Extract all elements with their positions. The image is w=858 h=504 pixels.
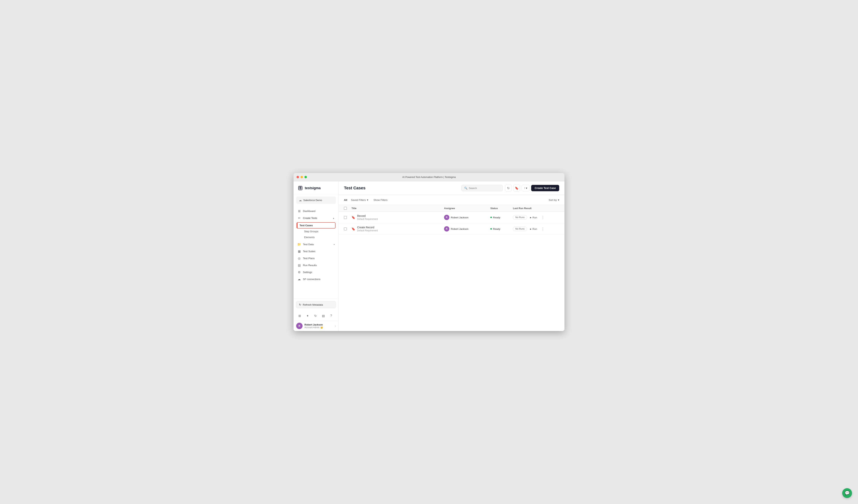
- user-chevron-icon: ›: [335, 324, 336, 327]
- sidebar-item-step-groups-label: Step Groups: [304, 230, 318, 233]
- row-1-title-text: Record Default Requirement: [357, 214, 378, 221]
- create-test-case-button[interactable]: Create Test Case: [531, 185, 559, 191]
- user-role-text: Account Admin: [304, 326, 319, 329]
- run-play-icon: ▶: [530, 228, 531, 230]
- row-1-title-name[interactable]: Record: [357, 214, 378, 217]
- row-1-assignee-name: Robert Jackson: [451, 216, 468, 219]
- show-filters-button[interactable]: Show Filters: [372, 198, 389, 202]
- bookmark-button[interactable]: 🔖: [513, 185, 520, 192]
- row-1-status-cell: Ready: [490, 216, 513, 219]
- row-2-run-button[interactable]: ▶ Run: [530, 228, 537, 230]
- traffic-lights: [297, 176, 307, 178]
- workspace-name: Salesforce Demo: [303, 199, 333, 201]
- row-1-title-cell: 🔖 Record Default Requirement: [351, 214, 444, 221]
- workspace-selector[interactable]: ☁ Salesforce Demo: [296, 196, 336, 204]
- assignee-column-header: Assignee: [444, 207, 490, 210]
- search-box[interactable]: 🔍: [461, 185, 503, 191]
- circle-target-icon: ◎: [297, 257, 301, 260]
- user-info: Robert Jackson Account Admin 👑: [304, 323, 333, 329]
- sidebar-item-test-plans[interactable]: ◎ Test Plans: [293, 255, 338, 262]
- sidebar-item-test-cases[interactable]: Test Cases: [297, 223, 335, 228]
- refresh-toolbar-button[interactable]: ↻: [312, 312, 319, 319]
- chat-button[interactable]: 💬: [842, 488, 852, 498]
- select-all-column: [344, 207, 351, 210]
- row-2-checkbox[interactable]: [344, 228, 347, 230]
- sidebar-item-test-plans-label: Test Plans: [303, 257, 315, 260]
- user-section[interactable]: R Robert Jackson Account Admin 👑 ›: [293, 321, 338, 331]
- sidebar-item-test-suites[interactable]: ▦ Test Suites: [293, 248, 338, 255]
- sidebar-nav: ⊞ Dashboard ✏ Create Tests ▲ Test Cases: [293, 206, 338, 299]
- row-2-run-label: Run: [533, 228, 537, 230]
- sidebar-item-settings-label: Settings: [303, 271, 312, 274]
- user-role: Account Admin 👑: [304, 326, 333, 329]
- status-ready-dot: [490, 217, 492, 218]
- gear-icon: ⚙: [297, 271, 301, 274]
- sidebar-item-sf-connections[interactable]: ☁ SF connections: [293, 276, 338, 283]
- user-name: Robert Jackson: [304, 323, 333, 326]
- row-1-title-sub: Default Requirement: [357, 218, 378, 221]
- search-input[interactable]: [469, 187, 500, 190]
- row-2-assignee-avatar: R: [444, 226, 449, 231]
- select-all-checkbox[interactable]: [344, 207, 347, 210]
- app-body: testsigma ☁ Salesforce Demo ⊞ Dashboard …: [293, 181, 565, 331]
- saved-filters-dropdown[interactable]: Saved Filters ▾: [349, 198, 370, 202]
- row-1-status-text: Ready: [493, 216, 500, 219]
- row-1-no-runs-badge: No Runs: [513, 215, 527, 220]
- last-run-result-column-header: Last Run Result: [513, 207, 559, 210]
- help-toolbar-button[interactable]: ?: [328, 312, 335, 319]
- grid-toolbar-button[interactable]: ⊞: [296, 312, 303, 319]
- sort-by-dropdown[interactable]: Sort by ▾: [549, 198, 559, 201]
- saved-filters-chevron-icon: ▾: [367, 198, 368, 201]
- maximize-button[interactable]: [304, 176, 307, 178]
- chart-icon: ▤: [297, 263, 301, 267]
- titlebar: AI Powered Test Automation Platform | Te…: [293, 173, 565, 181]
- table-body: 🔖 Record Default Requirement R Robert Ja…: [339, 212, 565, 235]
- star-toolbar-button[interactable]: ✦: [304, 312, 311, 319]
- row-2-more-button[interactable]: ⋮: [540, 226, 546, 231]
- logo-text: testsigma: [305, 186, 321, 190]
- minimize-button[interactable]: [301, 176, 303, 178]
- row-2-checkbox-cell: [344, 228, 351, 230]
- chevron-up-icon: ▲: [333, 217, 335, 220]
- row-1-assignee-avatar: R: [444, 215, 449, 220]
- refresh-metadata-button[interactable]: ↻ Refresh Metadata: [296, 301, 336, 308]
- title-column-header: Title: [351, 207, 444, 210]
- refresh-button[interactable]: ↻: [505, 185, 512, 192]
- refresh-icon: ↻: [299, 303, 301, 306]
- main-content: Test Cases 🔍 ↻ 🔖 ↑ ▾ Cre: [339, 181, 565, 331]
- user-avatar: R: [296, 323, 303, 329]
- calendar-toolbar-button[interactable]: ▤: [320, 312, 327, 319]
- sidebar-logo: testsigma: [293, 181, 338, 194]
- status-column-header: Status: [490, 207, 513, 210]
- sidebar-item-create-tests[interactable]: ✏ Create Tests ▲: [293, 215, 338, 222]
- filter-all[interactable]: All: [344, 198, 347, 202]
- export-chevron-icon: ▾: [526, 186, 527, 190]
- refresh-metadata-label: Refresh Metadata: [303, 303, 323, 306]
- sidebar-item-run-results[interactable]: ▤ Run Results: [293, 262, 338, 269]
- row-2-title-name[interactable]: Create Record: [357, 226, 378, 229]
- row-1-run-button[interactable]: ▶ Run: [530, 216, 537, 219]
- sidebar-item-step-groups[interactable]: Step Groups: [295, 228, 337, 234]
- row-1-result-cell: No Runs ▶ Run ⋮: [513, 215, 559, 220]
- sidebar-item-test-cases-label: Test Cases: [300, 224, 313, 227]
- close-button[interactable]: [297, 176, 299, 178]
- export-button[interactable]: ↑ ▾: [522, 185, 530, 191]
- filter-bar: All Saved Filters ▾ Show Filters Sort by…: [339, 195, 565, 205]
- row-1-more-button[interactable]: ⋮: [540, 215, 546, 220]
- sidebar-item-elements[interactable]: Elements: [295, 234, 337, 240]
- row-1-assignee-cell: R Robert Jackson: [444, 215, 490, 220]
- table-row: 🔖 Create Record Default Requirement R Ro…: [339, 223, 565, 235]
- row-2-assignee-cell: R Robert Jackson: [444, 226, 490, 231]
- row-2-assignee-name: Robert Jackson: [451, 228, 468, 230]
- row-1-checkbox[interactable]: [344, 216, 347, 219]
- sidebar-item-test-data[interactable]: 📁 Test Data ▾: [293, 241, 338, 248]
- testsigma-logo-icon: [297, 185, 303, 191]
- sidebar-item-dashboard[interactable]: ⊞ Dashboard: [293, 208, 338, 215]
- row-2-bookmark-icon: 🔖: [351, 227, 355, 231]
- grid-icon: ⊞: [297, 209, 301, 213]
- user-avatar-letter: R: [298, 324, 300, 327]
- sidebar-item-settings[interactable]: ⚙ Settings: [293, 269, 338, 276]
- sidebar-item-create-tests-label: Create Tests: [303, 217, 317, 220]
- sidebar-item-sf-connections-label: SF connections: [303, 278, 320, 280]
- folder-icon: 📁: [297, 243, 301, 246]
